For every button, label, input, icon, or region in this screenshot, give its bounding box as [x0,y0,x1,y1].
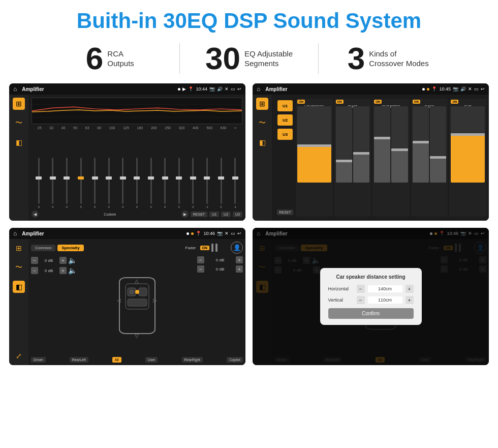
tab-common[interactable]: Common [31,245,55,251]
volume-icon-2: 🔊 [460,86,466,92]
slider-3[interactable]: 5 [75,158,87,208]
speaker-app-title: Amplifier [22,231,183,236]
freq-500: 500 [206,126,212,130]
svg-rect-7 [128,299,147,306]
eq-u3-btn[interactable]: U3 [233,212,242,217]
freq-50: 50 [73,126,77,130]
slider-9[interactable]: 0 [159,158,171,208]
slider-0[interactable]: 0 [33,158,45,208]
sidebar-speaker-icon[interactable]: ◧ [13,136,25,148]
pos-rear-right[interactable]: RearRight [182,357,203,363]
dialog-horizontal-label: Horizontal [328,286,354,291]
back-icon-3[interactable]: ↩ [237,231,241,236]
vol-fl: − 0 dB + 🔈 [31,256,77,264]
pos-driver[interactable]: Driver [31,357,46,363]
slider-1[interactable]: 0 [47,158,59,208]
slider-4[interactable]: 0 [88,158,101,208]
slider-11[interactable]: 0 [187,158,200,208]
speaker-sidebar-wave[interactable]: 〜 [13,261,25,274]
pos-user[interactable]: User [145,357,158,363]
vol-fr-minus[interactable]: − [197,256,204,263]
back-icon[interactable]: ↩ [237,86,241,92]
home-icon[interactable]: ⌂ [13,85,17,93]
vol-rr-value: 0 dB [206,267,234,272]
svg-text:▷: ▷ [153,297,157,303]
speaker-sidebar-arrows[interactable]: ⤢ [13,350,25,362]
dialog-horizontal-plus[interactable]: + [406,285,414,293]
slider-5[interactable]: 0 [103,158,115,208]
speaker-screen: ⌂ Amplifier 📍 10:46 📷 ✕ ▭ ↩ ⊞ 〜 [9,228,245,365]
slider-2[interactable]: 0 [60,158,73,208]
freq-160: 160 [137,126,143,130]
vol-rl-plus[interactable]: + [59,267,67,274]
eq-u1-btn[interactable]: U1 [209,212,219,217]
eq-body: ⊞ 〜 ◧ [9,95,245,221]
eq-app-title: Amplifier [22,86,175,92]
slider-7[interactable]: 0 [131,158,143,208]
vol-fl-minus[interactable]: − [31,257,38,264]
dialog-confirm-btn[interactable]: Confirm [328,308,414,319]
vol-fr: − 0 dB + [197,256,243,263]
crossover-reset-btn[interactable]: RESET [277,210,293,215]
crossover-sidebar-wave[interactable]: 〜 [256,117,268,129]
u2-btn[interactable]: U2 [277,114,293,126]
profile-icon[interactable]: 👤 [231,242,243,254]
eq-prev-btn[interactable]: ◀ [32,211,39,218]
vol-rl: − 0 dB + 🔈 [31,266,77,275]
fader-bar-2 [215,244,217,252]
pos-rear-left[interactable]: RearLeft [70,357,88,363]
pos-copilot[interactable]: Copilot [227,357,243,363]
u-buttons-col: U1 U2 U3 RESET [274,97,296,218]
freq-100: 100 [109,126,115,130]
slider-6[interactable]: 0 [117,158,130,208]
back-icon-2[interactable]: ↩ [481,86,485,92]
bottom-labels-row: Driver RearLeft All User RearRight Copil… [31,357,243,363]
stat-label-rca: RCAOutputs [107,49,134,69]
crossover-sidebar-eq[interactable]: ⊞ [256,98,268,110]
x-icon-3: ✕ [225,231,229,236]
slider-10[interactable]: 0 [173,158,185,208]
page-title: Buith-in 30EQ DSP Sound System [10,9,488,33]
sidebar-eq-icon[interactable]: ⊞ [13,98,25,110]
tab-specialty[interactable]: Specialty [57,245,83,251]
vol-fr-plus[interactable]: + [236,256,243,263]
dialog-vertical-plus[interactable]: + [406,296,414,304]
dialog-vertical-minus[interactable]: − [357,296,365,304]
vol-fl-plus[interactable]: + [59,257,67,264]
stat-eq: 30 EQ AdjustableSegments [180,43,319,74]
speaker-sidebar-eq[interactable]: ⊞ [13,242,25,254]
dialog-vertical-value: 110cm [368,296,402,304]
dialog-box: Car speaker distance setting Horizontal … [320,268,422,325]
stat-label-eq: EQ AdjustableSegments [244,49,293,69]
pos-all[interactable]: All [112,357,121,363]
eq-u2-btn[interactable]: U2 [221,212,231,217]
vol-rr-minus[interactable]: − [197,265,204,273]
home-icon-3[interactable]: ⌂ [13,230,17,237]
status-dot-1 [178,88,180,91]
crossover-sidebar-sp[interactable]: ◧ [256,136,268,148]
camera-icon-3: 📷 [217,231,223,236]
vol-rr-plus[interactable]: + [236,265,243,273]
speaker-sidebar-sp[interactable]: ◧ [13,281,25,293]
slider-12[interactable]: -1 [201,158,213,208]
home-icon-2[interactable]: ⌂ [257,85,260,93]
eq-graph [32,98,242,124]
u1-btn[interactable]: U1 [277,100,293,111]
crossover-status-icons: 📍 10:45 📷 🔊 ✕ ▭ ↩ [422,86,485,92]
dialog-horizontal-minus[interactable]: − [357,285,365,293]
right-controls: − 0 dB + − 0 dB + [197,256,243,355]
u3-btn[interactable]: U3 [277,129,293,140]
stats-row: 6 RCAOutputs 30 EQ AdjustableSegments 3 … [0,38,498,81]
slider-13[interactable]: 0 [215,158,228,208]
eq-reset-btn[interactable]: RESET [191,212,207,217]
vol-rl-minus[interactable]: − [31,267,38,274]
slider-8[interactable]: 0 [145,158,158,208]
sidebar-wave-icon[interactable]: 〜 [13,117,25,129]
crossover-status-bar: ⌂ Amplifier 📍 10:45 📷 🔊 ✕ ▭ ↩ [253,83,489,95]
speaker-time: 10:46 [203,231,215,236]
eq-next-btn[interactable]: ▶ [181,211,189,218]
status-dot-yellow-2 [427,88,429,91]
freq-200: 200 [151,126,157,130]
slider-14[interactable]: -1 [229,158,241,208]
status-dot-2 [422,88,425,91]
